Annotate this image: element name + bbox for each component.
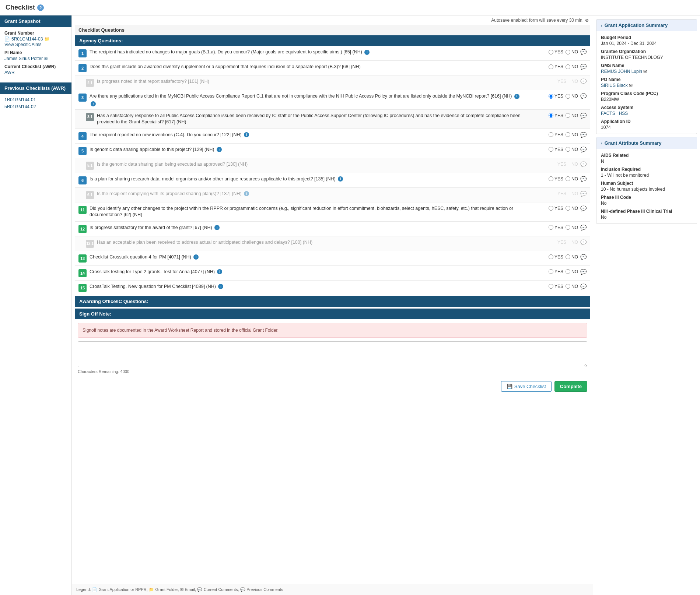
complete-button[interactable]: Complete	[554, 381, 587, 392]
save-checklist-button[interactable]: 💾 Save Checklist	[501, 381, 552, 392]
q12-yes-radio[interactable]	[549, 225, 553, 230]
q1-no-radio[interactable]	[566, 50, 570, 54]
q3-yes-label[interactable]: YES	[549, 94, 563, 99]
facts-link[interactable]: FACTS	[601, 111, 615, 116]
q3-1-no-label[interactable]: NO	[566, 113, 578, 118]
info-icon-4[interactable]: i	[244, 132, 249, 137]
q-controls-14: YES NO 💬	[542, 269, 587, 275]
info-icon-14[interactable]: i	[217, 269, 222, 274]
q12-no-label[interactable]: NO	[566, 225, 578, 230]
q2-comment-icon[interactable]: 💬	[580, 64, 587, 70]
q13-yes-label[interactable]: YES	[549, 254, 563, 260]
q2-yes-radio[interactable]	[549, 64, 553, 69]
q-controls-15: YES NO 💬	[542, 284, 587, 289]
pi-name-link[interactable]: James Sirius Potter	[4, 56, 43, 61]
view-specific-aims-link[interactable]: View Specific Aims	[4, 42, 41, 47]
pi-name-value: James Sirius Potter ✉	[4, 56, 67, 61]
info-icon-12[interactable]: i	[214, 225, 220, 230]
q1-no-label[interactable]: NO	[566, 49, 578, 54]
q11-no-label[interactable]: NO	[566, 206, 578, 211]
prev-checklist-2[interactable]: 5R01GM144-02	[4, 104, 36, 109]
info-icon-15[interactable]: i	[218, 284, 223, 289]
q-controls-3: YES NO 💬	[542, 93, 587, 99]
q6-no-radio[interactable]	[566, 176, 570, 181]
q15-yes-radio[interactable]	[549, 284, 553, 289]
q3-no-label[interactable]: NO	[566, 94, 578, 99]
info-icon-13[interactable]: i	[193, 254, 199, 260]
grant-attribute-header[interactable]: › Grant Attribute Summary	[596, 137, 697, 149]
q12-comment-icon[interactable]: 💬	[580, 225, 587, 230]
q12-yes-label[interactable]: YES	[549, 225, 563, 230]
q1-yes-radio[interactable]	[549, 50, 553, 54]
q-controls-5-1: YES NO 💬	[542, 161, 587, 167]
q6-no-label[interactable]: NO	[566, 176, 578, 182]
help-icon[interactable]: ?	[37, 4, 44, 11]
q3-comment-icon[interactable]: 💬	[580, 93, 587, 99]
q1-comment-icon[interactable]: 💬	[580, 49, 587, 55]
q14-yes-radio[interactable]	[549, 269, 553, 274]
q5-yes-radio[interactable]	[549, 147, 553, 152]
current-checklist-link[interactable]: AWR	[4, 70, 15, 75]
q13-yes-radio[interactable]	[549, 254, 553, 259]
q5-yes-label[interactable]: YES	[549, 147, 563, 152]
q-number-11: 11	[78, 206, 87, 214]
info-icon-3[interactable]: i	[514, 94, 519, 99]
q13-no-label[interactable]: NO	[566, 254, 578, 260]
q13-no-radio[interactable]	[566, 254, 570, 259]
q15-comment-icon[interactable]: 💬	[580, 284, 587, 289]
q2-no-radio[interactable]	[566, 64, 570, 69]
q14-no-label[interactable]: NO	[566, 269, 578, 274]
po-name-link[interactable]: SIRIUS Black	[601, 83, 628, 88]
q6-yes-label[interactable]: YES	[549, 176, 563, 182]
grant-number-link[interactable]: 5R01GM144-03	[11, 36, 43, 42]
q13-comment-icon[interactable]: 💬	[580, 254, 587, 260]
program-class-label: Program Class Code (PCC)	[601, 91, 692, 96]
q5-no-label[interactable]: NO	[566, 147, 578, 152]
info-icon-1[interactable]: i	[364, 50, 370, 55]
q3-yes-radio[interactable]	[549, 94, 553, 99]
nih-phase-iii-value: No	[601, 215, 692, 220]
q6-yes-radio[interactable]	[549, 176, 553, 181]
grant-summary-header[interactable]: › Grant Application Summary	[596, 20, 697, 31]
inclusion-required-label: Inclusion Required	[601, 167, 692, 172]
inclusion-required-value: 1 - Will not be monitored	[601, 173, 692, 178]
q1-yes-label[interactable]: YES	[549, 49, 563, 54]
q11-comment-icon[interactable]: 💬	[580, 205, 587, 211]
q-controls-2: YES NO 💬	[542, 64, 587, 70]
q4-comment-icon[interactable]: 💬	[580, 132, 587, 138]
hss-link[interactable]: HSS	[619, 111, 628, 116]
q12-no-radio[interactable]	[566, 225, 570, 230]
info-icon-5[interactable]: i	[217, 147, 222, 152]
q-controls-4: YES NO 💬	[542, 132, 587, 138]
q11-yes-label[interactable]: YES	[549, 206, 563, 211]
gms-name-link[interactable]: REMUS JOHN Lupin	[601, 69, 642, 74]
signoff-textarea[interactable]	[78, 341, 587, 367]
q4-yes-label[interactable]: YES	[549, 132, 563, 137]
q15-yes-label[interactable]: YES	[549, 284, 563, 289]
q15-no-label[interactable]: NO	[566, 284, 578, 289]
q4-no-label[interactable]: NO	[566, 132, 578, 137]
q15-no-radio[interactable]	[566, 284, 570, 289]
info-icon-6[interactable]: i	[338, 176, 343, 182]
prev-checklist-1[interactable]: 1R01GM144-01	[4, 97, 36, 102]
q4-yes-radio[interactable]	[549, 132, 553, 137]
q5-comment-icon[interactable]: 💬	[580, 147, 587, 152]
q2-yes-label[interactable]: YES	[549, 64, 563, 69]
q11-yes-radio[interactable]	[549, 206, 553, 211]
q6-comment-icon[interactable]: 💬	[580, 176, 587, 182]
q-text-6: Is a plan for sharing research data, mod…	[90, 176, 539, 183]
q2-no-label[interactable]: NO	[566, 64, 578, 69]
q14-comment-icon[interactable]: 💬	[580, 269, 587, 275]
q3-1-comment-icon[interactable]: 💬	[580, 113, 587, 119]
q14-yes-label[interactable]: YES	[549, 269, 563, 274]
q11-no-radio[interactable]	[566, 206, 570, 211]
q3-extra-info[interactable]: i	[91, 101, 96, 106]
q3-1-yes-label[interactable]: YES	[549, 113, 563, 118]
q5-no-radio[interactable]	[566, 147, 570, 152]
q3-no-radio[interactable]	[566, 94, 570, 99]
q4-no-radio[interactable]	[566, 132, 570, 137]
q3-1-no-radio[interactable]	[566, 113, 570, 118]
q14-no-radio[interactable]	[566, 269, 570, 274]
phase-iii-value: No	[601, 201, 692, 206]
q3-1-yes-radio[interactable]	[549, 113, 553, 118]
